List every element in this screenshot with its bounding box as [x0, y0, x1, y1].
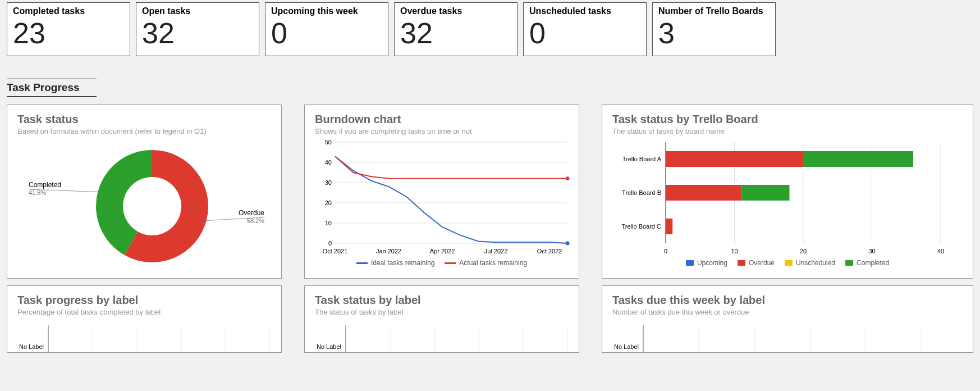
chart-status-by-label: Task status by label The status of tasks…: [304, 285, 579, 353]
chart-subtitle: The status of tasks by label: [315, 308, 569, 316]
chart-title: Tasks due this week by label: [612, 294, 963, 307]
kpi-value: 32: [142, 17, 253, 49]
chart-subtitle: Shows if you are completing tasks on tim…: [315, 127, 569, 135]
kpi-row: Completed tasks 23 Open tasks 32 Upcomin…: [0, 0, 980, 62]
burndown-legend: Ideal tasks remaining Actual tasks remai…: [315, 259, 569, 267]
legend-completed: Completed: [845, 259, 889, 267]
svg-text:30: 30: [325, 179, 332, 186]
chart-progress-by-label: Task progress by label Percentage of tot…: [7, 285, 282, 353]
svg-text:30: 30: [868, 248, 875, 254]
kpi-label: Upcoming this week: [271, 6, 382, 16]
svg-text:Overdue: Overdue: [239, 209, 264, 217]
kpi-upcoming-week: Upcoming this week 0: [265, 2, 388, 56]
kpi-value: 32: [400, 17, 511, 49]
legend-upcoming: Upcoming: [686, 259, 727, 267]
kpi-value: 0: [271, 17, 382, 49]
chart-due-by-label: Tasks due this week by label Number of t…: [602, 285, 973, 353]
chart-subtitle: Number of tasks due this week or overdue: [612, 308, 963, 316]
swatch-blue: [686, 260, 694, 266]
swatch-green: [845, 260, 853, 266]
svg-text:Trello Board A: Trello Board A: [622, 156, 662, 162]
chart-title: Task progress by label: [17, 294, 271, 307]
chart-title: Task status: [17, 113, 271, 126]
svg-point-23: [566, 242, 570, 245]
legend-overdue: Overdue: [738, 259, 775, 267]
chart-subtitle: Percentage of total tasks completed by l…: [17, 308, 271, 316]
svg-text:10: 10: [325, 220, 332, 226]
svg-text:20: 20: [800, 248, 807, 254]
kpi-value: 3: [658, 17, 770, 49]
svg-text:Trello Board B: Trello Board B: [622, 189, 661, 196]
svg-text:0: 0: [328, 240, 332, 247]
svg-text:Trello Board C: Trello Board C: [621, 223, 661, 230]
kpi-value: 0: [529, 17, 640, 49]
chart-row-1: Task status Based on formulas within doc…: [0, 104, 980, 285]
svg-text:Oct 2021: Oct 2021: [323, 248, 348, 254]
chart-title: Task status by Trello Board: [612, 113, 963, 126]
hbar-chart-svg: 010203040Trello Board ATrello Board BTre…: [612, 139, 949, 257]
kpi-label: Overdue tasks: [400, 6, 511, 16]
svg-rect-42: [666, 219, 672, 234]
board-legend: Upcoming Overdue Unscheduled Completed: [612, 259, 963, 267]
svg-text:Jul 2022: Jul 2022: [484, 248, 508, 254]
section-title: Task Progress: [7, 79, 97, 97]
svg-text:No Label: No Label: [614, 343, 639, 350]
legend-label: Overdue: [749, 259, 775, 267]
line-swatch-red: [445, 262, 456, 264]
svg-text:10: 10: [731, 248, 738, 254]
legend-label: Upcoming: [697, 259, 727, 267]
chart-title: Task status by label: [315, 294, 569, 307]
stub-chart-svg: No Label: [17, 320, 276, 353]
legend-label: Unscheduled: [796, 259, 835, 267]
stub-chart-svg: No Label: [612, 320, 927, 353]
swatch-red: [738, 260, 745, 266]
svg-rect-37: [803, 151, 913, 167]
kpi-label: Completed tasks: [13, 6, 124, 16]
chart-subtitle: Based on formulas within document (refer…: [17, 127, 271, 135]
kpi-open-tasks: Open tasks 32: [136, 2, 259, 56]
kpi-label: Open tasks: [142, 6, 253, 16]
svg-text:Jan 2022: Jan 2022: [376, 248, 401, 254]
legend-unscheduled: Unscheduled: [785, 259, 835, 267]
svg-text:Completed: Completed: [29, 181, 61, 189]
chart-burndown: Burndown chart Shows if you are completi…: [304, 104, 579, 279]
swatch-yellow: [785, 260, 793, 266]
svg-text:40: 40: [937, 248, 944, 254]
svg-text:Oct 2022: Oct 2022: [537, 248, 562, 254]
legend-actual: Actual tasks remaining: [445, 259, 527, 267]
legend-label: Completed: [857, 259, 889, 267]
chart-title: Burndown chart: [315, 113, 569, 126]
svg-text:20: 20: [325, 199, 332, 206]
chart-status-by-board: Task status by Trello Board The status o…: [602, 104, 973, 279]
svg-text:41.8%: 41.8%: [29, 189, 46, 196]
legend-label: Actual tasks remaining: [459, 259, 527, 267]
chart-task-status: Task status Based on formulas within doc…: [7, 104, 282, 279]
svg-text:40: 40: [325, 159, 332, 166]
svg-text:58.2%: 58.2%: [247, 217, 264, 224]
burndown-chart-svg: 01020304050Oct 2021Jan 2022Apr 2022Jul 2…: [315, 139, 573, 257]
svg-rect-40: [741, 185, 790, 201]
svg-text:Apr 2022: Apr 2022: [430, 248, 455, 254]
chart-subtitle: The status of tasks by board name: [612, 127, 963, 135]
svg-text:No Label: No Label: [317, 343, 341, 350]
svg-text:0: 0: [664, 248, 667, 254]
svg-text:50: 50: [325, 139, 332, 146]
section-title-wrap: Task Progress: [7, 79, 980, 97]
legend-label: Ideal tasks remaining: [371, 259, 434, 267]
line-swatch-blue: [356, 262, 368, 264]
svg-rect-39: [666, 185, 741, 201]
svg-point-24: [566, 176, 570, 180]
kpi-label: Number of Trello Boards: [658, 6, 770, 16]
stub-chart-svg: No Label: [315, 320, 573, 353]
kpi-value: 23: [13, 17, 124, 49]
chart-row-2: Task progress by label Percentage of tot…: [0, 285, 980, 360]
svg-rect-36: [666, 151, 803, 167]
kpi-num-boards: Number of Trello Boards 3: [652, 2, 776, 56]
kpi-unscheduled-tasks: Unscheduled tasks 0: [523, 2, 647, 56]
legend-ideal: Ideal tasks remaining: [356, 259, 434, 267]
kpi-overdue-tasks: Overdue tasks 32: [394, 2, 518, 56]
donut-chart-svg: Overdue58.2%Completed41.8%: [17, 139, 276, 274]
kpi-completed-tasks: Completed tasks 23: [7, 2, 130, 56]
svg-text:No Label: No Label: [19, 343, 44, 350]
kpi-label: Unscheduled tasks: [529, 6, 640, 16]
